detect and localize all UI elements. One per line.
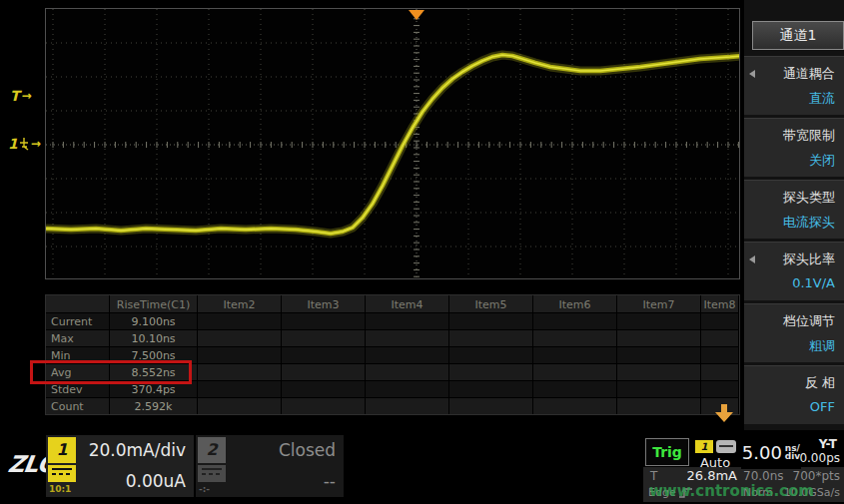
- stat-empty-cell: [366, 363, 449, 380]
- menu-item-label: 档位调节: [744, 312, 835, 330]
- stat-empty-cell: [366, 346, 449, 363]
- stat-empty-cell: [198, 329, 282, 346]
- stat-value-max: 10.10ns: [110, 329, 198, 346]
- stat-value-count: 2.592k: [110, 397, 198, 414]
- menu-item-2[interactable]: 带宽限制关闭: [744, 118, 844, 177]
- stat-empty-cell: [701, 346, 739, 363]
- stat-empty-cell: [617, 346, 701, 363]
- trigger-level-marker[interactable]: T→: [10, 88, 32, 104]
- stat-empty-cell: [701, 329, 739, 346]
- stat-empty-cell: [198, 363, 282, 380]
- stat-empty-cell: [198, 346, 282, 363]
- channel-menu: 通道1 通道耦合直流带宽限制关闭探头类型电流探头探头比率0.1V/A档位调节粗调…: [744, 0, 844, 430]
- stat-empty-cell: [617, 312, 701, 329]
- stat-empty-cell: [617, 397, 701, 414]
- capture-window: 70.0ns: [743, 469, 784, 483]
- graticule: [46, 9, 739, 278]
- menu-collapse-arrow-icon: [749, 70, 755, 78]
- trigger-source-badge: 1: [695, 440, 713, 453]
- menu-item-label: 反 相: [744, 374, 835, 392]
- stat-empty-cell: [449, 380, 533, 397]
- stat-empty-cell: [282, 397, 366, 414]
- trigger-delay: 0.00ps: [799, 451, 840, 465]
- channel1-marker-label: 1: [8, 136, 18, 152]
- dc-coupling-icon: [48, 465, 76, 482]
- menu-item-6[interactable]: 反 相OFF: [744, 365, 844, 424]
- stat-empty-cell: [449, 397, 533, 414]
- stat-label-current: Current: [46, 312, 110, 329]
- menu-item-1[interactable]: 通道耦合直流: [744, 56, 844, 115]
- channel2-offset: --: [324, 471, 336, 491]
- stat-empty-cell: [701, 363, 739, 380]
- channel2-status-panel[interactable]: 2 -:- Closed --: [196, 435, 344, 497]
- stat-label-max: Max: [46, 329, 110, 346]
- menu-item-value: 关闭: [744, 152, 835, 170]
- timebase-box[interactable]: 5.00 ns/div: [741, 435, 801, 469]
- stat-empty-cell: [282, 329, 366, 346]
- menu-item-value: OFF: [744, 399, 835, 414]
- stat-empty-cell: [449, 346, 533, 363]
- menu-collapse-arrow-icon: [749, 255, 755, 263]
- menu-title: 通道1: [752, 21, 844, 50]
- channel1-status-panel[interactable]: 1 10:1 20.0mA/div 0.00uA: [46, 435, 194, 497]
- menu-item-label: 探头比率: [744, 251, 835, 268]
- ground-icon: [20, 138, 29, 151]
- menu-item-4[interactable]: 探头比率0.1V/A: [744, 242, 844, 300]
- channel1-badge: 1: [48, 437, 76, 463]
- memory-depth: 700*pts: [793, 469, 840, 483]
- stat-empty-cell: [282, 346, 366, 363]
- stat-empty-cell: [366, 380, 449, 397]
- channel1-position-marker[interactable]: 1 →: [8, 136, 41, 152]
- watermark: www.cntronics.com: [649, 482, 814, 500]
- trigger-position-marker-icon[interactable]: [409, 10, 424, 20]
- stat-empty-cell: [617, 363, 701, 380]
- menu-item-value: 电流探头: [744, 214, 835, 232]
- oscilloscope-screen: T→ 1 → RiseTime(C1)Item2Item3Item4Item5I…: [0, 0, 844, 504]
- stat-value-current: 9.100ns: [110, 312, 198, 329]
- menu-item-value: 粗调: [744, 337, 835, 355]
- display-mode: Y-T: [819, 437, 837, 451]
- stat-empty-cell: [533, 346, 617, 363]
- stat-empty-cell: [366, 312, 449, 329]
- stat-empty-cell: [449, 329, 533, 346]
- menu-item-label: 带宽限制: [744, 127, 835, 145]
- stat-empty-cell: [533, 380, 617, 397]
- trigger-time-label: T: [650, 469, 657, 483]
- channel1-probe-ratio: 10:1: [49, 484, 71, 494]
- right-arrow-icon: →: [31, 138, 41, 150]
- stat-empty-cell: [701, 380, 739, 397]
- stat-empty-cell: [198, 312, 282, 329]
- menu-item-label: 通道耦合: [744, 65, 835, 83]
- stat-empty-cell: [282, 380, 366, 397]
- stat-empty-cell: [282, 312, 366, 329]
- trigger-coupling-icon: [716, 440, 736, 453]
- stat-empty-cell: [701, 312, 739, 329]
- channel2-badge: 2: [198, 437, 226, 463]
- stat-empty-cell: [533, 397, 617, 414]
- right-arrow-icon: →: [22, 90, 32, 102]
- channel2-probe-ratio: -:-: [199, 484, 210, 494]
- trigger-level-label: T: [10, 88, 20, 104]
- stat-empty-cell: [533, 363, 617, 380]
- channel2-coupling-icon: [198, 465, 226, 482]
- stat-empty-cell: [533, 312, 617, 329]
- avg-highlight-box: [30, 360, 192, 384]
- timebase-scale: 5.00: [742, 442, 782, 463]
- menu-item-label: 探头类型: [744, 189, 835, 207]
- menu-item-5[interactable]: 档位调节粗调: [744, 303, 844, 362]
- menu-item-value: 直流: [744, 90, 835, 108]
- stat-empty-cell: [533, 329, 617, 346]
- channel1-offset: 0.00uA: [126, 471, 186, 491]
- trigger-status-button[interactable]: Trig: [645, 438, 689, 466]
- stat-empty-cell: [449, 363, 533, 380]
- channel2-status: Closed: [279, 440, 336, 460]
- stat-empty-cell: [282, 363, 366, 380]
- stat-empty-cell: [366, 329, 449, 346]
- menu-item-value: 0.1V/A: [744, 275, 835, 290]
- menu-item-3[interactable]: 探头类型电流探头: [744, 180, 844, 239]
- stat-empty-cell: [617, 380, 701, 397]
- stat-empty-cell: [198, 380, 282, 397]
- measurement-table: RiseTime(C1)Item2Item3Item4Item5Item6Ite…: [45, 294, 740, 415]
- stat-empty-cell: [198, 397, 282, 414]
- scroll-down-icon[interactable]: [713, 404, 735, 426]
